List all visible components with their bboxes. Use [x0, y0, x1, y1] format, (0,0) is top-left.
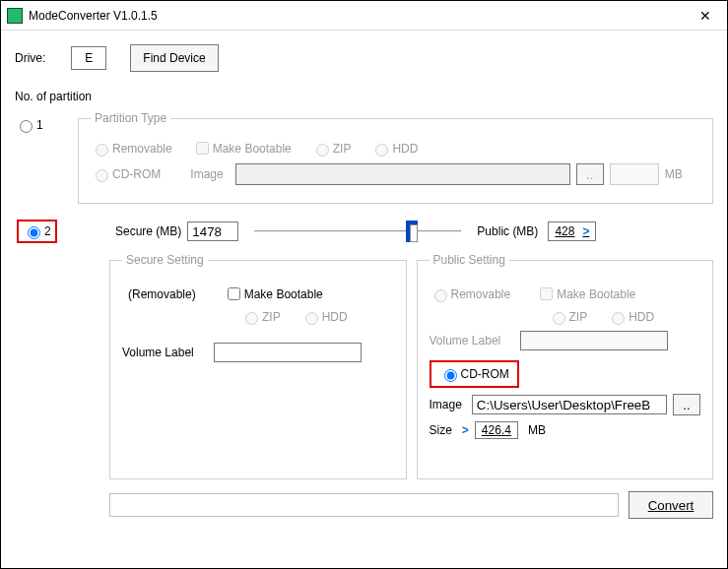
pt-browse-button: .. — [576, 163, 604, 185]
titlebar: ModeConverter V1.0.1.5 ✕ — [1, 1, 727, 31]
public-setting-legend: Public Setting — [430, 253, 509, 267]
window-content: Drive: Find Device No. of partition 1 Pa… — [1, 31, 727, 529]
secure-removable-label: (Removable) — [128, 287, 196, 301]
secure-mb-label: Secure (MB) — [115, 224, 181, 238]
partition-radio-2[interactable]: 2 — [23, 223, 51, 239]
partition-radio-2-highlight: 2 — [17, 220, 57, 243]
pt-make-bootable: Make Bootable — [192, 139, 292, 158]
secure-setting-legend: Secure Setting — [122, 253, 208, 267]
public-mb-label: Public (MB) — [477, 224, 538, 238]
partition-count-label: No. of partition — [15, 90, 713, 103]
secure-mb-input[interactable] — [187, 221, 238, 241]
secure-volume-input[interactable] — [214, 343, 362, 362]
public-size-label: Size — [430, 423, 452, 437]
public-browse-button[interactable]: .. — [673, 394, 700, 415]
public-mb-display[interactable]: 428 > — [548, 221, 596, 241]
partition-type-legend: Partition Type — [91, 111, 170, 125]
public-size-gt-icon: > — [462, 423, 469, 437]
secure-make-bootable[interactable]: Make Bootable — [224, 284, 323, 303]
secure-zip: ZIP — [240, 309, 281, 325]
public-image-label: Image — [430, 398, 462, 411]
public-volume-label: Volume Label — [430, 334, 501, 348]
partition-radio-1[interactable]: 1 — [15, 117, 43, 133]
pt-mb-label: MB — [665, 167, 691, 181]
public-image-path[interactable] — [472, 395, 667, 414]
public-cdrom[interactable]: CD-ROM — [439, 366, 509, 382]
public-volume-input — [520, 331, 668, 350]
pt-zip: ZIP — [311, 141, 352, 157]
drive-input[interactable] — [71, 46, 106, 70]
secure-setting-group: Secure Setting (Removable) Make Bootable… — [109, 253, 407, 479]
drive-row: Drive: Find Device — [15, 44, 713, 72]
public-size-value[interactable]: 426.4 — [475, 421, 518, 439]
close-button[interactable]: ✕ — [684, 1, 727, 31]
progress-bar — [109, 493, 619, 517]
public-size-mb: MB — [528, 423, 546, 437]
public-mb-value: 428 — [555, 224, 574, 238]
public-setting-group: Public Setting Removable Make Bootable Z… — [417, 253, 714, 479]
partition-radio-2-label: 2 — [44, 224, 51, 238]
pt-removable: Removable — [91, 141, 172, 157]
slider-thumb[interactable] — [406, 221, 418, 242]
pt-image-path — [235, 163, 570, 185]
convert-button[interactable]: Convert — [629, 491, 713, 519]
public-make-bootable: Make Bootable — [536, 284, 635, 303]
slider-track — [254, 230, 461, 232]
public-zip: ZIP — [548, 309, 588, 325]
public-cdrom-highlight: CD-ROM — [430, 360, 519, 388]
secure-volume-label: Volume Label — [122, 346, 194, 359]
secure-hdd: HDD — [300, 309, 348, 325]
public-removable: Removable — [430, 286, 511, 302]
pt-cdrom: CD-ROM — [91, 166, 161, 182]
size-slider[interactable] — [254, 220, 461, 243]
drive-label: Drive: — [15, 51, 45, 65]
public-mb-gt-icon: > — [582, 224, 589, 238]
pt-hdd: HDD — [370, 141, 418, 157]
public-hdd: HDD — [607, 309, 654, 325]
pt-image-label: Image — [190, 167, 223, 181]
partition-type-group: Partition Type Removable Make Bootable Z… — [78, 111, 713, 204]
app-icon — [7, 8, 23, 24]
pt-size-box — [610, 163, 659, 185]
window-title: ModeConverter V1.0.1.5 — [29, 9, 684, 23]
partition-radio-1-label: 1 — [36, 118, 43, 132]
find-device-button[interactable]: Find Device — [130, 44, 218, 72]
